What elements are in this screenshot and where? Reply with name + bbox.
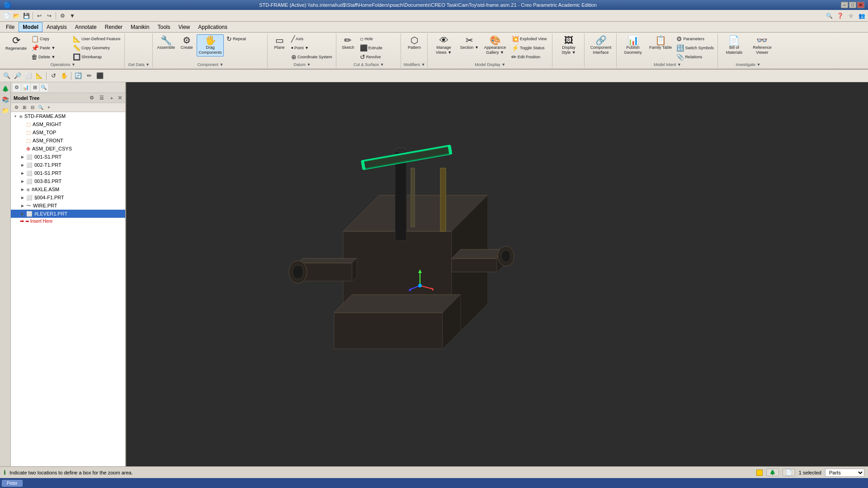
display-style-button[interactable]: 🖼 Display Style ▼	[555, 34, 582, 56]
menu-model[interactable]: Model	[19, 22, 42, 32]
bill-of-materials-button[interactable]: 📄 Bill of Materials	[721, 34, 748, 56]
tree-search-button[interactable]: 🔍	[40, 84, 48, 92]
revolve-button[interactable]: ↺ Revolve	[358, 52, 399, 61]
filter-button[interactable]: ⚙	[13, 104, 20, 111]
tree-item-asm-right[interactable]: ⬚ ASM_RIGHT	[11, 120, 125, 128]
exploded-view-button[interactable]: 💥 Exploded View	[509, 34, 550, 43]
maximize-button[interactable]: □	[849, 2, 856, 8]
section-button[interactable]: ✂ Section ▼	[458, 34, 481, 52]
component-label[interactable]: Component ▼	[197, 62, 223, 67]
filter-collapse-button[interactable]: ⊟	[29, 104, 36, 111]
tree-item-wire[interactable]: ▶ 〜 WIRE.PRT	[11, 202, 125, 210]
tree-item-002-t1[interactable]: ▶ ⬜ 002-T1.PRT	[11, 161, 125, 169]
minimize-button[interactable]: ─	[841, 2, 848, 8]
coord-system-button[interactable]: ⊕ Coordinate System	[289, 52, 334, 61]
pan-button[interactable]: ✋	[59, 71, 69, 81]
tree-list-button[interactable]: ☰	[98, 94, 106, 102]
customize-button[interactable]: ▼	[68, 11, 77, 20]
tree-item-asm-front[interactable]: ⬚ ASM_FRONT	[11, 136, 125, 145]
tree-options-button[interactable]: ⚙	[88, 94, 96, 102]
datum-display-button[interactable]: ✏	[84, 71, 94, 81]
manage-views-button[interactable]: 👁 Manage Views ▼	[430, 34, 458, 56]
filter-add-button[interactable]: +	[45, 104, 52, 111]
filter-expand-button[interactable]: ⊞	[21, 104, 28, 111]
status-layer-btn[interactable]: 📄	[783, 469, 795, 476]
shrinkwrap-button[interactable]: 🔲 Shrinkwrap	[71, 52, 123, 61]
point-button[interactable]: • Point ▼	[289, 43, 334, 52]
datum-label[interactable]: Datum ▼	[293, 62, 311, 67]
user-defined-feature-button[interactable]: 📐 User-Defined Feature	[71, 34, 123, 43]
help-button[interactable]: ❓	[835, 11, 844, 20]
reference-viewer-button[interactable]: 👓 Reference Viewer	[749, 34, 776, 56]
undo-button[interactable]: ↩	[35, 11, 44, 20]
redo-button[interactable]: ↪	[45, 11, 54, 20]
layer-tree-icon[interactable]: 📚	[1, 95, 10, 104]
edit-position-button[interactable]: ✏ Edit Position	[509, 52, 550, 61]
search-button[interactable]: 🔍	[825, 11, 834, 20]
relations-button[interactable]: 📎 Relations	[675, 52, 716, 61]
parameters-button[interactable]: ⚙ Parameters	[675, 34, 716, 43]
zoom-fit-button[interactable]: ⬜	[24, 71, 33, 81]
viewport[interactable]	[126, 82, 868, 466]
tree-item-001-s1-1[interactable]: ▶ ⬜ 001-S1.PRT	[11, 153, 125, 161]
filter-select[interactable]: Parts All Assemblies Features	[825, 469, 864, 477]
axis-button[interactable]: ╱ Axis	[289, 34, 334, 43]
tree-item-asm-top[interactable]: ⬚ ASM_TOP	[11, 128, 125, 136]
star-button[interactable]: ☆	[846, 11, 855, 20]
pattern-button[interactable]: ⬡ Pattern	[406, 34, 424, 52]
tree-item-001-s1-2[interactable]: ▶ ⬜ 001-S1.PRT	[11, 169, 125, 177]
menu-manikin[interactable]: Manikin	[127, 22, 153, 32]
model-display-label[interactable]: Model Display ▼	[475, 62, 505, 67]
repaint-button[interactable]: 🔄	[73, 71, 83, 81]
status-indicator[interactable]	[756, 469, 763, 476]
zoom-in-button[interactable]: 🔍	[2, 71, 12, 81]
folder-icon[interactable]: 📁	[1, 106, 10, 115]
tree-expand-button[interactable]: ⊞	[31, 84, 39, 92]
drag-components-button[interactable]: 🖐 Drag Components	[197, 34, 224, 56]
save-button[interactable]: 💾	[22, 11, 31, 20]
tree-item-axle-asm[interactable]: ▶ ◈ #AXLE.ASM	[11, 185, 125, 193]
menu-view[interactable]: View	[174, 22, 194, 32]
model-intent-label[interactable]: Model Intent ▼	[654, 62, 681, 67]
investigate-label[interactable]: Investigate ▼	[736, 62, 760, 67]
assemble-button[interactable]: 🔧 Assemble	[156, 34, 177, 52]
sketch-button[interactable]: ✏ Sketch	[339, 34, 357, 52]
appearance-gallery-button[interactable]: 🎨 Appearance Gallery ▼	[481, 34, 509, 56]
tree-item-std-frame-asm[interactable]: ▾ ◈ STD-FRAME.ASM	[11, 112, 125, 120]
family-table-button[interactable]: 📋 Family Table	[647, 34, 674, 52]
create-button[interactable]: ⚙ Create	[178, 34, 196, 52]
tree-settings-button[interactable]: ⚙	[13, 84, 21, 92]
repeat-button[interactable]: ↻ Repeat	[225, 34, 265, 43]
switch-symbols-button[interactable]: 🔣 Switch Symbols	[675, 43, 716, 52]
component-interface-button[interactable]: 🔗 Component Interface	[587, 34, 614, 56]
copy-button[interactable]: 📋 Copy	[29, 34, 70, 43]
filter-search-button[interactable]: 🔍	[37, 104, 44, 111]
hole-button[interactable]: ○ Hole	[358, 34, 399, 43]
plane-button[interactable]: ▭ Plane	[270, 34, 288, 52]
tree-item-003-b1[interactable]: ▶ ⬜ 003-B1.PRT	[11, 177, 125, 185]
community-button[interactable]: 👥	[857, 11, 866, 20]
paste-button[interactable]: 📌 Paste ▼	[29, 43, 70, 52]
toggle-status-button[interactable]: ⚡ Toggle Status	[509, 43, 550, 52]
menu-annotate[interactable]: Annotate	[71, 22, 101, 32]
zoom-window-button[interactable]: 📐	[34, 71, 44, 81]
zoom-out-button[interactable]: 🔎	[13, 71, 23, 81]
options-button[interactable]: ⚙	[58, 11, 67, 20]
tree-item-004-f1[interactable]: ▶ ⬜ §004-F1.PRT	[11, 193, 125, 202]
tree-columns-button[interactable]: 📊	[22, 84, 30, 92]
shaded-button[interactable]: ⬛	[95, 71, 105, 81]
spin-button[interactable]: ↺	[48, 71, 58, 81]
status-model-tree-btn[interactable]: 🌲	[766, 469, 779, 476]
copy-geometry-button[interactable]: 📏 Copy Geometry	[71, 43, 123, 52]
menu-tools[interactable]: Tools	[153, 22, 174, 32]
tree-add-button[interactable]: +	[108, 94, 116, 102]
cut-surface-label[interactable]: Cut & Surface ▼	[354, 62, 384, 67]
publish-geometry-button[interactable]: 📊 Publish Geometry	[619, 34, 646, 56]
menu-applications[interactable]: Applications	[194, 22, 231, 32]
tree-item-lever1[interactable]: ▶ ⬜ #LEVER1.PRT	[11, 210, 125, 218]
regenerate-button[interactable]: ⟳ Regenerate	[4, 34, 28, 52]
delete-button[interactable]: 🗑 Delete ▼	[29, 52, 70, 61]
modifiers-label[interactable]: Modifiers ▼	[404, 62, 425, 67]
menu-file[interactable]: File	[2, 22, 19, 32]
tree-close-button[interactable]: ✕	[118, 94, 123, 101]
